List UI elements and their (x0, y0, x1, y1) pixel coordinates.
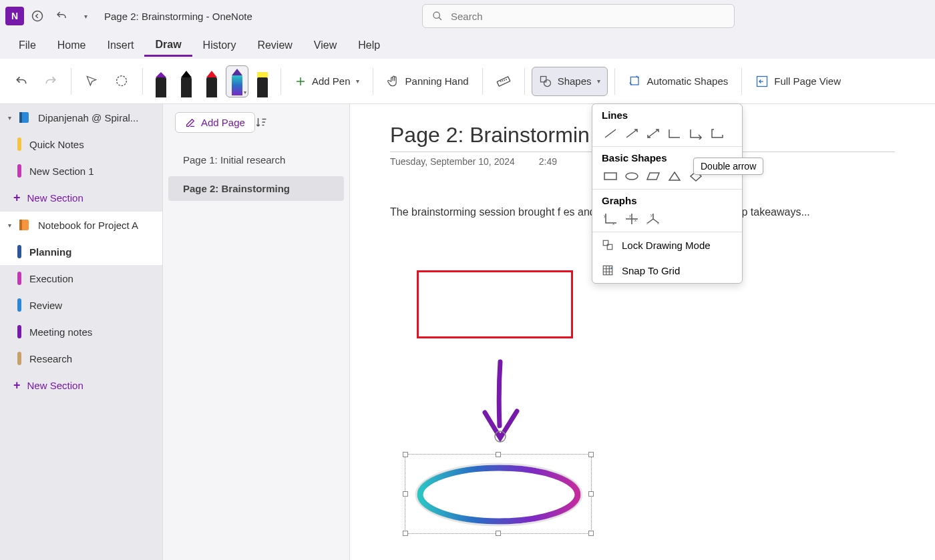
hand-icon (387, 75, 400, 88)
notebook-sidebar: ▾ Dipanjenah @ Spiral... Quick Notes New… (0, 104, 163, 560)
select-tool[interactable] (78, 67, 105, 96)
menu-review[interactable]: Review (246, 35, 303, 55)
pen-highlighter[interactable] (251, 65, 274, 97)
add-pen-button[interactable]: Add Pen▾ (288, 67, 366, 96)
shape-elbow-double-arrow[interactable] (709, 126, 726, 141)
search-icon (432, 11, 443, 21)
sort-button[interactable] (255, 116, 267, 131)
lasso-tool[interactable] (108, 67, 136, 96)
shape-triangle[interactable] (666, 169, 683, 184)
undo-button[interactable] (51, 5, 72, 27)
svg-rect-11 (19, 220, 22, 230)
panning-hand-button[interactable]: Panning Hand (380, 67, 476, 96)
drawing-ellipse-selection[interactable] (405, 454, 592, 534)
drawing-ellipse[interactable] (413, 463, 584, 527)
menubar: File Home Insert Draw History Review Vie… (0, 32, 935, 59)
add-page-button[interactable]: Add Page (175, 112, 255, 133)
resize-handle[interactable] (588, 491, 594, 497)
shape-graph-3d[interactable]: yzx (644, 212, 662, 226)
section-review[interactable]: Review (0, 292, 162, 318)
notebook-item-2[interactable]: ▾ Notebook for Project A (0, 212, 162, 238)
plus-icon: + (13, 191, 21, 205)
resize-handle[interactable] (496, 531, 501, 536)
page-item-1[interactable]: Page 1: Initial research (168, 148, 344, 172)
svg-point-14 (416, 464, 582, 525)
search-placeholder: Search (451, 11, 483, 22)
pen-galaxy[interactable]: ▾ (226, 65, 248, 97)
resize-handle[interactable] (496, 452, 501, 457)
shape-graph-quadrant[interactable]: yx (623, 212, 640, 226)
resize-handle[interactable] (588, 452, 594, 457)
svg-text:z: z (646, 221, 648, 225)
section-meeting-notes[interactable]: Meeting notes (0, 318, 162, 345)
shape-arrow[interactable] (623, 126, 640, 141)
notebook-icon (18, 111, 31, 124)
page-date: Tuesday, September 10, 2024 (390, 156, 515, 167)
panning-hand-label: Panning Hand (405, 75, 469, 87)
lock-drawing-mode[interactable]: Lock Drawing Mode (592, 232, 742, 258)
edit-icon (185, 117, 196, 128)
svg-text:x: x (634, 218, 636, 222)
shapes-button[interactable]: Shapes▾ (532, 67, 608, 96)
fullpage-icon (755, 75, 769, 88)
auto-shapes-label: Automatic Shapes (647, 75, 729, 87)
resize-handle[interactable] (403, 491, 408, 497)
section-quick-notes[interactable]: Quick Notes (0, 131, 162, 158)
shape-rectangle[interactable] (602, 169, 619, 184)
drawing-rectangle[interactable] (417, 270, 573, 338)
notebook-item-1[interactable]: ▾ Dipanjenah @ Spiral... (0, 104, 162, 131)
pen-red[interactable] (200, 65, 223, 97)
shape-line[interactable] (602, 126, 619, 141)
menu-file[interactable]: File (8, 35, 47, 55)
window-title: Page 2: Brainstorming - OneNote (104, 11, 252, 22)
menu-draw[interactable]: Draw (144, 35, 192, 57)
page-item-2[interactable]: Page 2: Brainstorming (168, 176, 344, 201)
resize-handle[interactable] (403, 452, 408, 457)
svg-text:x: x (612, 222, 614, 226)
shapes-label: Shapes (558, 75, 592, 87)
new-section-2[interactable]: +New Section (0, 372, 162, 399)
tooltip-double-arrow: Double arrow (693, 158, 763, 175)
drawing-arrow[interactable] (478, 359, 525, 446)
chevron-down-icon: ▾ (8, 222, 11, 229)
shape-oval[interactable] (623, 169, 640, 184)
automatic-shapes-button[interactable]: Automatic Shapes (622, 67, 735, 96)
menu-history[interactable]: History (192, 35, 247, 55)
svg-point-5 (544, 79, 550, 86)
shape-elbow[interactable] (666, 126, 683, 141)
shape-graph-2d[interactable]: yx (602, 212, 619, 226)
menu-view[interactable]: View (303, 35, 347, 55)
svg-point-0 (33, 11, 43, 21)
section-new-section-1[interactable]: New Section 1 (0, 158, 162, 184)
svg-rect-6 (630, 77, 638, 85)
menu-home[interactable]: Home (47, 35, 97, 55)
shape-elbow-arrow[interactable] (687, 126, 705, 141)
full-page-view-button[interactable]: Full Page View (749, 67, 848, 96)
section-research[interactable]: Research (0, 345, 162, 372)
shapes-dropdown: Lines Basic Shapes Graphs yx yx yzx (592, 103, 743, 284)
qat-dropdown[interactable]: ▾ (75, 5, 96, 27)
menu-help[interactable]: Help (347, 35, 391, 55)
resize-handle[interactable] (588, 531, 594, 536)
back-button[interactable] (27, 5, 48, 27)
section-execution[interactable]: Execution (0, 265, 162, 292)
snap-to-grid[interactable]: Snap To Grid (592, 258, 742, 283)
svg-rect-26 (603, 266, 612, 275)
svg-rect-3 (497, 76, 510, 85)
auto-shapes-icon (628, 75, 642, 88)
ribbon-undo[interactable] (8, 67, 35, 96)
search-input[interactable]: Search (422, 4, 735, 28)
lock-shapes-icon (602, 239, 614, 251)
shape-parallelogram[interactable] (644, 169, 662, 184)
resize-handle[interactable] (403, 531, 408, 536)
ruler-button[interactable] (490, 67, 518, 96)
svg-rect-4 (540, 76, 546, 81)
pen-purple-small[interactable] (150, 65, 172, 97)
new-section-1[interactable]: +New Section (0, 184, 162, 212)
sort-icon (255, 116, 267, 128)
menu-insert[interactable]: Insert (96, 35, 144, 55)
section-planning[interactable]: Planning (0, 238, 162, 265)
svg-point-13 (420, 468, 578, 521)
pen-black[interactable] (175, 65, 198, 97)
shape-double-arrow-diag[interactable] (644, 126, 662, 141)
